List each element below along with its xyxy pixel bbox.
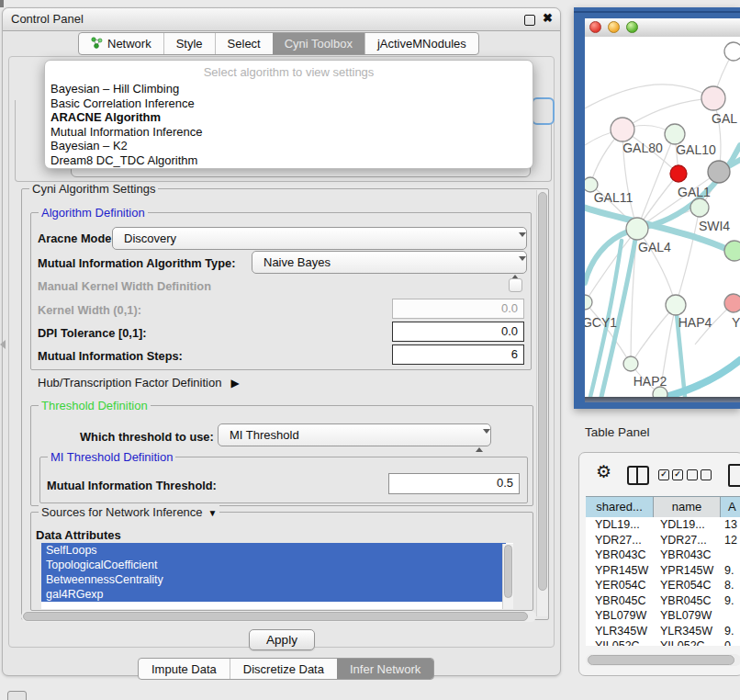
network-graph[interactable] — [585, 37, 740, 397]
table-row[interactable]: YBR043C YBR043C — [586, 548, 740, 563]
dropdown-item-selected[interactable]: ARACNE Algorithm — [45, 110, 533, 125]
network-icon — [91, 37, 103, 51]
list-item-selected[interactable]: TopologicalCoefficient — [41, 558, 506, 572]
mi-algorithm-type-combobox[interactable]: Naive Bayes — [252, 251, 527, 274]
network-view-window[interactable]: GAL GAL80 GAL10 GAL1 GAL11 SWI4 GAL4 GCY… — [574, 7, 740, 409]
table-row[interactable]: YDR27... YDR27... 12 — [586, 533, 740, 548]
columns-icon[interactable] — [627, 466, 649, 485]
column-header-shared-name[interactable]: shared... — [586, 497, 654, 517]
kernel-width-label: Kernel Width (0,1): — [38, 303, 141, 317]
gear-icon[interactable]: ⚙ — [596, 463, 611, 480]
dropdown-item[interactable]: Basic Correlation Inference — [45, 96, 533, 111]
tab-discretize-data[interactable]: Discretize Data — [230, 659, 337, 679]
panel-collapse-arrow[interactable] — [0, 340, 6, 349]
kernel-width-field[interactable]: 0.0 — [392, 299, 524, 319]
mi-threshold-label: Mutual Information Threshold: — [47, 479, 217, 492]
cell: YBR043C — [586, 548, 654, 563]
table-row[interactable]: YPR145W YPR145W 9. — [586, 563, 740, 579]
dropdown-item[interactable]: Dream8 DC_TDC Algorithm — [45, 153, 533, 168]
tab-network-label: Network — [107, 37, 151, 51]
column-header-partial[interactable]: A — [721, 497, 740, 517]
cell: 12 — [721, 533, 740, 548]
hub-definition-label: Hub/Transcription Factor Definition — [38, 376, 221, 390]
control-panel-title: Control Panel — [11, 8, 84, 30]
zoom-traffic-light[interactable] — [626, 21, 638, 33]
algorithm-dropdown-popup: Select algorithm to view settings Bayesi… — [44, 60, 533, 169]
cell — [721, 548, 740, 563]
cell: 8. — [721, 578, 740, 593]
control-panel-window: Control Panel ✖ Network Style Select — [2, 7, 561, 676]
table-horizontal-scrollbar[interactable] — [586, 654, 740, 666]
cell: YBL079W — [654, 608, 721, 624]
select-all-checks-icon[interactable]: ✓ ✓ — [658, 469, 683, 480]
dpi-tolerance-field[interactable]: 0.0 — [392, 322, 524, 342]
mi-steps-field[interactable]: 6 — [392, 344, 524, 365]
close-traffic-light[interactable] — [589, 21, 601, 33]
aracne-mode-combobox[interactable]: Discovery — [112, 227, 527, 250]
mi-threshold-definition-label: MI Threshold Definition — [48, 450, 175, 464]
mi-algorithm-type-label: Mutual Information Algorithm Type: — [38, 256, 235, 270]
attributes-vertical-scrollbar[interactable] — [502, 544, 513, 609]
cell — [721, 608, 740, 624]
document-icon[interactable] — [728, 464, 740, 487]
close-icon[interactable]: ✖ — [543, 11, 553, 25]
cell: 0. — [721, 638, 740, 646]
float-window-icon[interactable] — [524, 15, 535, 26]
tab-select[interactable]: Select — [215, 33, 273, 54]
threshold-definition-label: Threshold Definition — [39, 399, 151, 412]
which-threshold-combobox[interactable]: MI Threshold — [218, 423, 491, 446]
combo-stepper-icon — [511, 233, 519, 245]
manual-kernel-width-checkbox[interactable] — [509, 278, 522, 292]
apply-button[interactable]: Apply — [249, 629, 315, 650]
settings-horizontal-scrollbar-thumb[interactable] — [23, 612, 528, 621]
column-header-name[interactable]: name — [654, 497, 721, 517]
cell: YIL052C — [654, 638, 721, 646]
cell: YBR043C — [654, 548, 721, 563]
mi-algorithm-type-value: Naive Bayes — [263, 255, 331, 269]
table-row[interactable]: YBL079W YBL079W — [586, 608, 740, 624]
cell: YPR145W — [654, 563, 721, 579]
mi-threshold-field[interactable]: 0.5 — [388, 473, 520, 494]
network-window-titlebar[interactable] — [585, 18, 740, 38]
node-label: Y — [732, 315, 740, 330]
tab-style[interactable]: Style — [163, 33, 215, 54]
table-row[interactable]: YER054C YER054C 8. — [586, 578, 740, 593]
network-canvas[interactable]: GAL GAL80 GAL10 GAL1 GAL11 SWI4 GAL4 GCY… — [585, 37, 740, 397]
sources-group-label[interactable]: Sources for Network Inference▼ — [39, 505, 219, 519]
dropdown-item[interactable]: Mutual Information Inference — [45, 125, 533, 140]
settings-horizontal-scrollbar[interactable] — [21, 611, 536, 622]
focused-combobox-fragment[interactable] — [532, 97, 555, 125]
which-threshold-value: MI Threshold — [230, 428, 299, 442]
dropdown-item[interactable]: Bayesian – K2 — [45, 139, 533, 153]
expand-right-icon: ▶ — [230, 377, 239, 390]
table-panel-title: Table Panel — [585, 425, 650, 439]
dropdown-item[interactable]: Bayesian – Hill Climbing — [45, 82, 533, 96]
hub-definition-expander[interactable]: Hub/Transcription Factor Definition▶ — [38, 376, 240, 390]
attributes-scrollbar-thumb[interactable] — [504, 545, 512, 598]
cell: 13 — [721, 517, 740, 533]
mi-steps-label: Mutual Information Steps: — [38, 349, 183, 363]
table-row[interactable]: YIL052C YIL052C 0. — [586, 638, 740, 646]
node-label: GAL — [712, 111, 737, 126]
list-item-selected[interactable]: gal4RGexp — [41, 587, 506, 602]
tab-network[interactable]: Network — [79, 33, 163, 54]
table-row[interactable]: YBR045C YBR045C 9. — [586, 593, 740, 609]
tab-impute-data[interactable]: Impute Data — [139, 659, 230, 679]
tab-infer-network[interactable]: Infer Network — [337, 659, 433, 679]
tab-cyni-toolbox[interactable]: Cyni Toolbox — [273, 33, 364, 54]
settings-vertical-scrollbar-thumb[interactable] — [538, 192, 547, 591]
unselect-all-checks-icon[interactable] — [687, 469, 712, 480]
tab-jactivemnodules[interactable]: jActiveMNodules — [364, 33, 478, 54]
list-item-selected[interactable]: BetweennessCentrality — [41, 572, 506, 587]
node-label: HAP2 — [633, 374, 667, 389]
table-row[interactable]: YDL19... YDL19... 13 — [586, 517, 740, 533]
list-item-selected[interactable]: SelfLoops — [41, 543, 506, 558]
cell: YBL079W — [586, 608, 654, 624]
aracne-mode-label: Aracne Mode: — [38, 231, 116, 245]
settings-vertical-scrollbar[interactable] — [536, 190, 548, 616]
minimize-traffic-light[interactable] — [608, 21, 620, 33]
cell: YDL19... — [654, 517, 721, 533]
table-horizontal-scrollbar-thumb[interactable] — [588, 655, 734, 665]
table-row[interactable]: YLR345W YLR345W 9. — [586, 624, 740, 639]
node-label: GCY1 — [585, 315, 617, 330]
